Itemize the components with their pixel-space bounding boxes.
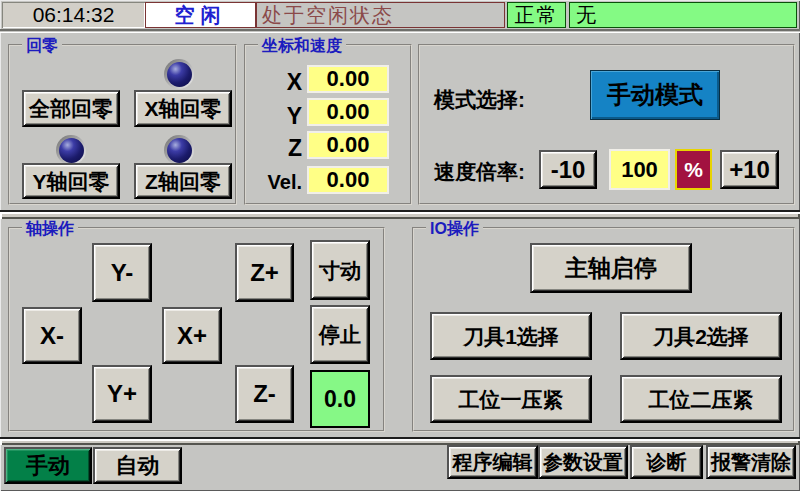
mode-select-label: 模式选择: xyxy=(434,86,525,114)
home-z-button[interactable]: Z轴回零 xyxy=(134,163,232,199)
stop-button[interactable]: 停止 xyxy=(310,305,370,364)
override-value-display: 100 xyxy=(609,149,670,190)
velocity-display: 0.00 xyxy=(307,166,389,194)
alarm-status-badge: 正常 xyxy=(507,2,566,28)
mode-override-panel: 模式选择: 手动模式 速度倍率: -10 100 % +10 xyxy=(418,44,795,205)
override-plus-button[interactable]: +10 xyxy=(720,150,779,189)
bottom-nav-bar: 手动 自动 程序编辑 参数设置 诊断 报警清除 xyxy=(0,445,800,491)
mode-manual-button[interactable]: 手动模式 xyxy=(590,70,720,120)
homing-panel-title: 回零 xyxy=(22,36,62,55)
y-home-indicator-led xyxy=(56,135,86,165)
override-minus-button[interactable]: -10 xyxy=(539,150,597,189)
speed-override-label: 速度倍率: xyxy=(434,158,525,186)
jog-y-plus-button[interactable]: Y+ xyxy=(92,365,152,423)
home-all-button[interactable]: 全部回零 xyxy=(22,90,120,127)
spindle-start-stop-button[interactable]: 主轴启停 xyxy=(530,243,692,293)
coord-speed-panel-title: 坐标和速度 xyxy=(258,36,346,55)
jog-y-minus-button[interactable]: Y- xyxy=(92,243,152,302)
station2-clamp-button[interactable]: 工位二压紧 xyxy=(620,375,782,423)
jog-x-minus-button[interactable]: X- xyxy=(22,307,82,364)
station1-clamp-button[interactable]: 工位一压紧 xyxy=(430,375,592,423)
homing-panel: 回零 全部回零 X轴回零 Y轴回零 Z轴回零 xyxy=(8,44,237,205)
jog-mode-button[interactable]: 寸动 xyxy=(310,240,370,300)
top-divider xyxy=(0,29,800,33)
y-position-display: 0.00 xyxy=(307,98,389,126)
nav-manual-button[interactable]: 手动 xyxy=(4,447,92,484)
state-message: 处于空闲状态 xyxy=(256,2,505,28)
jog-step-input[interactable]: 0.0 xyxy=(310,370,370,428)
z-axis-label: Z xyxy=(250,135,302,162)
io-operation-panel: IO操作 主轴启停 刀具1选择 刀具2选择 工位一压紧 工位二压紧 xyxy=(412,227,795,432)
z-home-indicator-led xyxy=(164,135,194,165)
io-panel-title: IO操作 xyxy=(426,219,483,238)
home-y-button[interactable]: Y轴回零 xyxy=(22,163,120,199)
clock-display: 06:14:32 xyxy=(2,2,145,28)
bottom-divider xyxy=(0,437,800,445)
jog-z-minus-button[interactable]: Z- xyxy=(235,365,294,423)
nav-alarm-clear-button[interactable]: 报警清除 xyxy=(706,445,796,479)
nav-diagnosis-button[interactable]: 诊断 xyxy=(630,445,703,479)
top-status-bar: 06:14:32 空闲 处于空闲状态 正常 无 xyxy=(0,0,800,30)
machine-mode-status: 空闲 xyxy=(145,2,256,28)
axis-panel-title: 轴操作 xyxy=(22,219,78,238)
home-x-button[interactable]: X轴回零 xyxy=(134,90,232,127)
percent-sign-badge: % xyxy=(675,149,712,190)
tool1-select-button[interactable]: 刀具1选择 xyxy=(430,312,592,360)
nav-param-settings-button[interactable]: 参数设置 xyxy=(538,445,628,479)
tool2-select-button[interactable]: 刀具2选择 xyxy=(620,312,782,360)
x-axis-label: X xyxy=(250,69,302,96)
nav-program-edit-button[interactable]: 程序编辑 xyxy=(447,445,538,479)
z-position-display: 0.00 xyxy=(307,131,389,159)
middle-divider xyxy=(0,210,800,219)
nav-auto-button[interactable]: 自动 xyxy=(93,447,182,484)
jog-z-plus-button[interactable]: Z+ xyxy=(235,243,294,302)
x-position-display: 0.00 xyxy=(307,65,389,93)
coord-speed-panel: 坐标和速度 X 0.00 Y 0.00 Z 0.00 Vel. 0.00 xyxy=(244,44,412,205)
hmi-screen: 06:14:32 空闲 处于空闲状态 正常 无 回零 全部回零 X轴回零 Y轴回… xyxy=(0,0,800,491)
velocity-label: Vel. xyxy=(250,171,302,194)
jog-x-plus-button[interactable]: X+ xyxy=(162,307,222,364)
axis-operation-panel: 轴操作 Y- Z+ 寸动 X- X+ 停止 Y+ Z- 0.0 xyxy=(8,227,385,432)
y-axis-label: Y xyxy=(250,103,302,130)
x-home-indicator-led xyxy=(164,59,194,89)
alarm-message: 无 xyxy=(569,2,797,28)
